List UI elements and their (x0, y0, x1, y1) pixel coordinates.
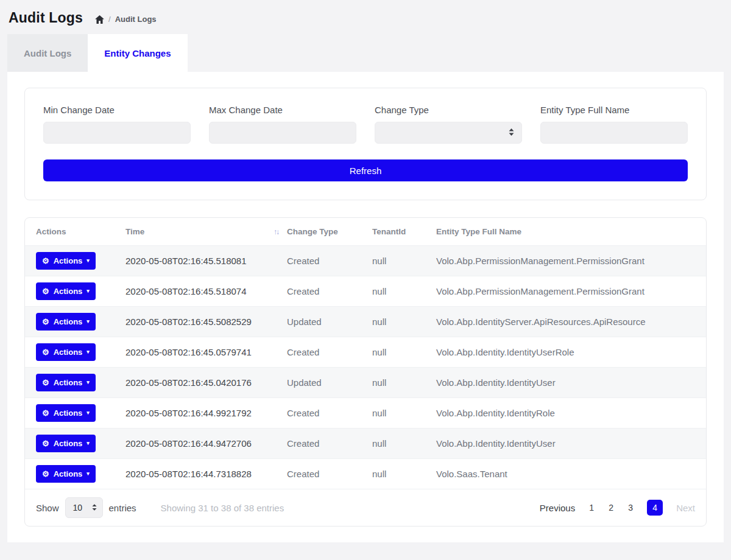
cell-actions: ⚙ Actions ▾ (36, 465, 125, 483)
table-row: ⚙ Actions ▾ 2020-05-08T02:16:45.518081 C… (25, 246, 706, 276)
row-actions-button[interactable]: ⚙ Actions ▾ (36, 465, 96, 483)
filter-min-change-date: Min Change Date (43, 105, 191, 144)
cell-actions: ⚙ Actions ▾ (36, 282, 125, 300)
actions-button-label: Actions (54, 287, 83, 296)
actions-button-label: Actions (54, 378, 83, 387)
change-type-select[interactable] (375, 122, 522, 144)
tab-entity-changes[interactable]: Entity Changes (88, 34, 187, 72)
gear-icon: ⚙ (42, 257, 49, 265)
page-size-value: 10 (73, 503, 83, 513)
column-header-time[interactable]: Time ↑↓ (125, 227, 287, 236)
row-actions-button[interactable]: ⚙ Actions ▾ (36, 343, 96, 361)
gear-icon: ⚙ (42, 439, 49, 447)
table-row: ⚙ Actions ▾ 2020-05-08T02:16:44.7318828 … (25, 459, 706, 489)
row-actions-button[interactable]: ⚙ Actions ▾ (36, 282, 96, 300)
cell-tenant-id: null (372, 469, 436, 479)
min-change-date-label: Min Change Date (43, 105, 191, 115)
row-actions-button[interactable]: ⚙ Actions ▾ (36, 404, 96, 422)
table-row: ⚙ Actions ▾ 2020-05-08T02:16:44.9921792 … (25, 398, 706, 429)
row-actions-button[interactable]: ⚙ Actions ▾ (36, 374, 96, 391)
pagination-page-1[interactable]: 1 (588, 503, 595, 513)
cell-tenant-id: null (372, 317, 436, 327)
cell-time: 2020-05-08T02:16:44.9472706 (125, 438, 287, 449)
caret-down-icon: ▾ (87, 410, 90, 416)
gear-icon: ⚙ (42, 379, 49, 387)
cell-time: 2020-05-08T02:16:44.9921792 (125, 408, 287, 418)
max-change-date-label: Max Change Date (209, 105, 356, 115)
caret-down-icon: ▾ (87, 258, 90, 264)
tab-bar: Audit Logs Entity Changes (7, 34, 724, 72)
cell-time: 2020-05-08T02:16:45.518081 (125, 256, 287, 266)
page-size-select[interactable]: 10 (65, 497, 103, 518)
cell-change-type: Created (287, 286, 372, 296)
cell-entity-type: Volo.Abp.IdentityServer.ApiResources.Api… (436, 317, 706, 327)
pagination-page-4[interactable]: 4 (647, 500, 663, 516)
caret-down-icon: ▾ (87, 319, 90, 324)
cell-entity-type: Volo.Abp.Identity.IdentityUser (436, 438, 706, 449)
gear-icon: ⚙ (42, 470, 49, 478)
cell-change-type: Created (287, 256, 372, 266)
cell-entity-type: Volo.Abp.PermissionManagement.Permission… (436, 256, 706, 266)
cell-change-type: Updated (287, 377, 372, 388)
content-card: Min Change Date Max Change Date Change T… (7, 72, 724, 542)
tab-audit-logs[interactable]: Audit Logs (7, 34, 88, 72)
home-icon[interactable] (95, 15, 104, 24)
entity-type-input[interactable] (540, 122, 688, 144)
pagination-page-2[interactable]: 2 (608, 503, 614, 513)
cell-actions: ⚙ Actions ▾ (36, 343, 125, 361)
entity-changes-table: Actions Time ↑↓ Change Type TenantId Ent… (24, 217, 707, 527)
gear-icon: ⚙ (42, 348, 49, 356)
breadcrumb-separator: / (108, 15, 111, 24)
entries-label: entries (109, 503, 136, 513)
table-header-row: Actions Time ↑↓ Change Type TenantId Ent… (25, 218, 706, 246)
column-header-change-type: Change Type (287, 227, 372, 236)
cell-tenant-id: null (372, 347, 436, 357)
show-label: Show (36, 503, 59, 513)
cell-time: 2020-05-08T02:16:45.0420176 (125, 377, 287, 388)
filter-change-type: Change Type (375, 105, 522, 144)
column-header-tenant-id: TenantId (372, 227, 436, 236)
cell-entity-type: Volo.Abp.Identity.IdentityUser (436, 377, 706, 388)
cell-actions: ⚙ Actions ▾ (36, 252, 125, 270)
pagination: Previous 1 2 3 4 Next (540, 500, 695, 516)
filter-max-change-date: Max Change Date (209, 105, 356, 144)
cell-actions: ⚙ Actions ▾ (36, 313, 125, 331)
caret-down-icon: ▾ (87, 380, 90, 385)
pagination-page-3[interactable]: 3 (627, 503, 634, 513)
sort-icon[interactable]: ↑↓ (274, 228, 278, 236)
gear-icon: ⚙ (42, 287, 49, 295)
pagination-previous[interactable]: Previous (540, 503, 575, 513)
min-change-date-input[interactable] (43, 122, 191, 144)
cell-tenant-id: null (372, 256, 436, 266)
cell-change-type: Created (287, 347, 372, 357)
row-actions-button[interactable]: ⚙ Actions ▾ (36, 435, 96, 452)
filter-panel: Min Change Date Max Change Date Change T… (24, 88, 707, 200)
cell-time: 2020-05-08T02:16:45.5082529 (125, 317, 287, 327)
cell-tenant-id: null (372, 438, 436, 449)
table-row: ⚙ Actions ▾ 2020-05-08T02:16:44.9472706 … (25, 429, 706, 459)
cell-tenant-id: null (372, 377, 436, 388)
pagination-next[interactable]: Next (676, 503, 695, 513)
caret-down-icon: ▾ (87, 471, 90, 477)
cell-change-type: Updated (287, 317, 372, 327)
max-change-date-input[interactable] (209, 122, 356, 144)
row-actions-button[interactable]: ⚙ Actions ▾ (36, 313, 96, 331)
gear-icon: ⚙ (42, 318, 49, 326)
table-row: ⚙ Actions ▾ 2020-05-08T02:16:45.0420176 … (25, 368, 706, 398)
breadcrumb: / Audit Logs (95, 12, 157, 24)
filter-grid: Min Change Date Max Change Date Change T… (43, 105, 688, 144)
filter-entity-type: Entity Type Full Name (540, 105, 688, 144)
cell-change-type: Created (287, 408, 372, 418)
cell-time: 2020-05-08T02:16:44.7318828 (125, 469, 287, 479)
select-arrows-icon (509, 127, 514, 138)
row-actions-button[interactable]: ⚙ Actions ▾ (36, 252, 96, 270)
caret-down-icon: ▾ (87, 289, 90, 294)
select-arrows-icon (92, 503, 97, 513)
caret-down-icon: ▾ (87, 441, 90, 446)
refresh-button[interactable]: Refresh (43, 159, 688, 181)
page-title: Audit Logs (9, 10, 83, 26)
actions-button-label: Actions (54, 408, 83, 418)
actions-button-label: Actions (54, 439, 83, 448)
actions-button-label: Actions (54, 469, 83, 478)
cell-entity-type: Volo.Saas.Tenant (436, 469, 706, 479)
